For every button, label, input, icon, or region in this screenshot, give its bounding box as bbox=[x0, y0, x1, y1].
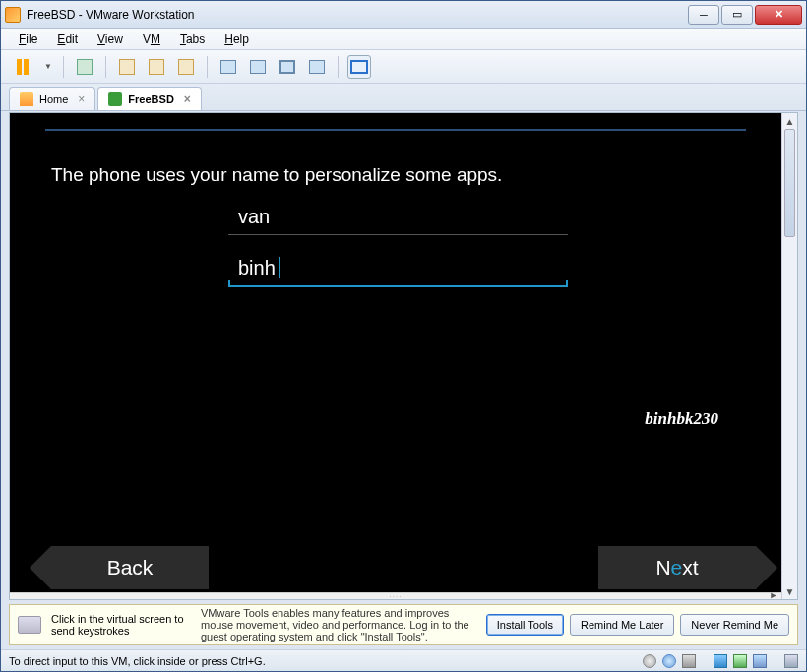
app-icon bbox=[5, 7, 21, 23]
back-button[interactable]: Back bbox=[51, 546, 209, 589]
vertical-scrollbar[interactable]: ▲ ▼ bbox=[781, 113, 797, 599]
status-icons bbox=[643, 654, 798, 668]
devices-icon[interactable] bbox=[784, 654, 798, 668]
toolbar-separator bbox=[105, 56, 106, 78]
cursor-icon: e bbox=[671, 556, 683, 580]
sound-icon[interactable] bbox=[733, 654, 747, 668]
tab-label: FreeBSD bbox=[128, 93, 173, 105]
never-remind-button[interactable]: Never Remind Me bbox=[680, 614, 789, 636]
header-divider bbox=[45, 129, 746, 131]
menubar: File Edit View VM Tabs Help bbox=[1, 29, 806, 50]
remind-later-button[interactable]: Remind Me Later bbox=[570, 614, 674, 636]
next-label-post: xt bbox=[682, 556, 698, 580]
harddisk-icon[interactable] bbox=[682, 654, 696, 668]
hint-click-text: Click in the virtual screen to send keys… bbox=[51, 613, 189, 637]
thumbnail-button[interactable] bbox=[347, 55, 371, 79]
window-controls: ─ ▭ ✕ bbox=[688, 5, 802, 25]
unity-button[interactable] bbox=[305, 55, 329, 79]
menu-edit[interactable]: Edit bbox=[49, 31, 86, 48]
snapshot-take-icon bbox=[119, 59, 135, 75]
scroll-up-button[interactable]: ▲ bbox=[782, 113, 797, 129]
watermark-text: binhbk230 bbox=[645, 409, 718, 429]
pause-button[interactable] bbox=[11, 55, 34, 79]
floppy-icon[interactable] bbox=[643, 654, 656, 668]
power-menu-button[interactable]: ▼ bbox=[40, 55, 54, 79]
snapshot-manage-icon bbox=[178, 59, 194, 75]
vm-icon bbox=[108, 92, 122, 106]
snapshot-revert-button[interactable] bbox=[145, 55, 168, 79]
maximize-button[interactable]: ▭ bbox=[721, 5, 753, 25]
app-window: FreeBSD - VMware Workstation ─ ▭ ✕ File … bbox=[0, 0, 807, 672]
appearance-icon bbox=[250, 60, 266, 74]
snapshot-button[interactable] bbox=[73, 55, 96, 79]
tab-close-button[interactable]: × bbox=[78, 92, 85, 106]
snapshot-take-button[interactable] bbox=[115, 55, 139, 79]
view-appearance-button[interactable] bbox=[246, 55, 270, 79]
fullscreen-icon bbox=[279, 60, 295, 74]
hint-buttons: Install Tools Remind Me Later Never Remi… bbox=[486, 614, 789, 636]
hint-bar: Click in the virtual screen to send keys… bbox=[9, 604, 798, 645]
minimize-button[interactable]: ─ bbox=[688, 5, 719, 25]
view-console-button[interactable] bbox=[217, 55, 240, 79]
titlebar: FreeBSD - VMware Workstation ─ ▭ ✕ bbox=[1, 1, 806, 29]
first-name-input[interactable] bbox=[228, 202, 568, 235]
toolbar-separator bbox=[338, 56, 339, 78]
next-label-pre: N bbox=[655, 556, 670, 580]
snapshot-manage-button[interactable] bbox=[174, 55, 198, 79]
snapshot-revert-icon bbox=[149, 59, 164, 75]
cd-icon[interactable] bbox=[662, 654, 676, 668]
install-tools-button[interactable]: Install Tools bbox=[486, 614, 564, 636]
home-icon bbox=[20, 92, 33, 106]
tab-close-button[interactable]: × bbox=[184, 92, 191, 106]
guest-wrapper: The phone uses your name to personalize … bbox=[9, 112, 798, 600]
tab-freebsd[interactable]: FreeBSD × bbox=[97, 87, 201, 110]
scroll-thumb[interactable] bbox=[784, 129, 795, 237]
guest-screen[interactable]: The phone uses your name to personalize … bbox=[10, 113, 781, 599]
menu-vm[interactable]: VM bbox=[135, 31, 168, 48]
printer-icon[interactable] bbox=[753, 654, 767, 668]
text-cursor bbox=[279, 257, 280, 278]
close-button[interactable]: ✕ bbox=[755, 5, 802, 25]
menu-tabs[interactable]: Tabs bbox=[172, 31, 213, 48]
tabbar: Home × FreeBSD × bbox=[1, 84, 806, 111]
menu-view[interactable]: View bbox=[90, 31, 131, 48]
network-icon[interactable] bbox=[714, 654, 727, 668]
scroll-down-button[interactable]: ▼ bbox=[782, 583, 797, 599]
next-button[interactable]: Next bbox=[598, 546, 756, 589]
unity-icon bbox=[309, 60, 325, 74]
back-label: Back bbox=[107, 556, 154, 580]
thumbnail-icon bbox=[350, 60, 368, 74]
hint-left-group: Click in the virtual screen to send keys… bbox=[18, 613, 189, 637]
setup-description: The phone uses your name to personalize … bbox=[51, 164, 502, 186]
resize-gripper[interactable]: :::: bbox=[10, 592, 781, 599]
toolbar-separator bbox=[207, 56, 208, 78]
menu-help[interactable]: Help bbox=[217, 31, 257, 48]
menu-file[interactable]: File bbox=[11, 31, 45, 48]
tab-label: Home bbox=[39, 93, 68, 105]
console-icon bbox=[220, 60, 236, 74]
hint-tools-text: VMware Tools enables many features and i… bbox=[201, 607, 474, 642]
status-text: To direct input to this VM, click inside… bbox=[9, 655, 266, 667]
tab-home[interactable]: Home × bbox=[9, 87, 95, 110]
toolbar-separator bbox=[63, 56, 64, 78]
toolbar: ▼ bbox=[1, 50, 806, 84]
window-title: FreeBSD - VMware Workstation bbox=[27, 8, 688, 22]
statusbar: To direct input to this VM, click inside… bbox=[1, 649, 806, 671]
snapshot-icon bbox=[77, 59, 93, 75]
hscroll-right[interactable]: ► bbox=[766, 591, 781, 599]
keyboard-icon bbox=[18, 616, 41, 634]
fullscreen-button[interactable] bbox=[276, 55, 299, 79]
